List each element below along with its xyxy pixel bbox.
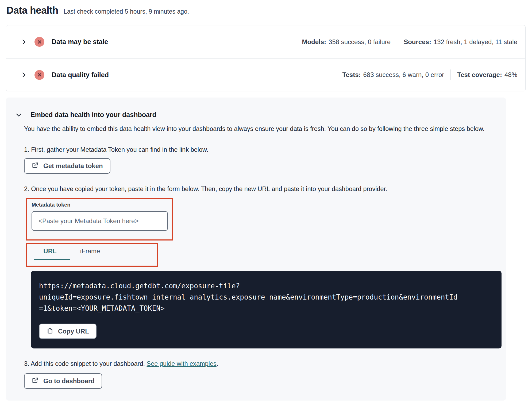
step-1-text: 1. First, gather your Metadata Token you… [24, 146, 495, 153]
status-row-stale[interactable]: Data may be stale Models:358 success, 0 … [6, 25, 525, 58]
see-guide-link[interactable]: See guide with examples [147, 360, 217, 367]
embed-section-content: You have the ability to embed this data … [24, 123, 495, 389]
embed-description: You have the ability to embed this data … [24, 123, 495, 134]
step-3-text: 3. Add this code snippet to your dashboa… [24, 360, 495, 367]
embed-section-header[interactable]: Embed data health into your dashboard [15, 111, 495, 119]
get-metadata-token-label: Get metadata token [43, 162, 103, 170]
test-coverage-stat: Test coverage:48% [457, 71, 517, 79]
step-2-text: 2. Once you have copied your token, past… [24, 185, 495, 193]
status-row-stats: Tests:683 success, 6 warn, 0 error Test … [342, 69, 517, 80]
metadata-token-input[interactable] [32, 211, 168, 231]
status-row-title: Data quality failed [52, 71, 109, 79]
status-row-quality[interactable]: Data quality failed Tests:683 success, 6… [6, 58, 525, 91]
tests-stat: Tests:683 success, 6 warn, 0 error [342, 71, 444, 79]
page-header: Data health Last check completed 5 hours… [6, 5, 526, 16]
chevron-right-icon[interactable] [20, 38, 28, 46]
stat-divider [397, 37, 397, 47]
embed-section-title: Embed data health into your dashboard [30, 111, 156, 119]
copy-url-label: Copy URL [58, 328, 89, 335]
embed-url-code-block: https://metadata.cloud.getdbt.com/exposu… [31, 271, 502, 348]
last-check-status: Last check completed 5 hours, 9 minutes … [64, 8, 189, 15]
error-status-icon [34, 70, 44, 80]
tab-iframe[interactable]: iFrame [70, 245, 110, 260]
metadata-token-label: Metadata token [32, 202, 167, 208]
chevron-right-icon[interactable] [20, 71, 28, 79]
copy-url-button[interactable]: Copy URL [39, 324, 97, 339]
tab-url[interactable]: URL [30, 245, 70, 260]
embed-url-line: uniqueId=exposure.fishtown_internal_anal… [39, 292, 494, 303]
chevron-down-icon[interactable] [15, 111, 22, 119]
go-to-dashboard-button[interactable]: Go to dashboard [24, 373, 102, 389]
external-link-icon [32, 377, 39, 386]
copy-icon [47, 327, 53, 336]
error-status-icon [34, 37, 44, 47]
models-stat: Models:358 success, 0 failure [302, 38, 391, 46]
status-row-title: Data may be stale [52, 38, 108, 46]
embed-section: Embed data health into your dashboard Yo… [6, 98, 506, 401]
tab-bar: URL iFrame [30, 243, 502, 260]
status-card: Data may be stale Models:358 success, 0 … [6, 25, 526, 91]
embed-url-line: https://metadata.cloud.getdbt.com/exposu… [39, 280, 494, 292]
stat-divider [450, 69, 451, 80]
page-title: Data health [6, 5, 58, 16]
step-3-period: . [217, 360, 218, 367]
external-link-icon [32, 162, 39, 170]
embed-format-tabs: URL iFrame [24, 243, 495, 267]
sources-stat: Sources:132 fresh, 1 delayed, 11 stale [404, 38, 517, 46]
step-3-prefix: 3. Add this code snippet to your dashboa… [24, 360, 147, 367]
data-health-page: Data health Last check completed 5 hours… [0, 0, 532, 401]
status-row-stats: Models:358 success, 0 failure Sources:13… [302, 37, 517, 47]
embed-url-line: =1&token=<YOUR_METADATA_TOKEN> [39, 303, 494, 314]
annotation-box-token: Metadata token [26, 198, 173, 240]
go-to-dashboard-label: Go to dashboard [43, 377, 95, 385]
get-metadata-token-button[interactable]: Get metadata token [24, 158, 110, 174]
